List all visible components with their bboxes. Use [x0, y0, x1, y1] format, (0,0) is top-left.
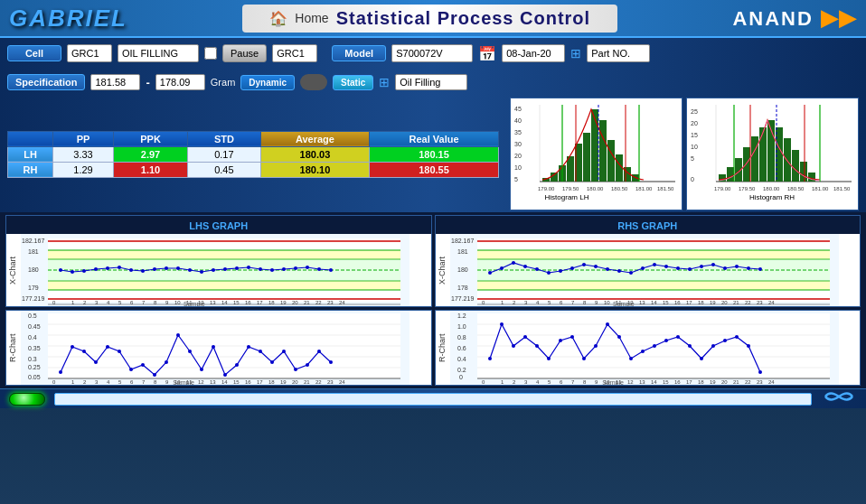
rhs-xchart: RHS GRAPH X-Chart 182.167 181 180 178 [435, 215, 861, 307]
pause-button[interactable]: Pause [222, 44, 267, 62]
svg-text:14: 14 [221, 379, 228, 385]
svg-text:Sample: Sample [613, 301, 635, 306]
svg-point-93 [165, 266, 168, 270]
stats-section: PP PPK STD Average Real Value LH 3.33 2.… [0, 96, 866, 212]
svg-point-239 [306, 363, 309, 367]
svg-text:15: 15 [691, 132, 698, 138]
pause-checkbox[interactable] [204, 44, 217, 62]
svg-text:179.50: 179.50 [739, 186, 756, 191]
svg-text:0: 0 [691, 176, 694, 182]
rhs-graph-title: RHS GRAPH [436, 216, 861, 234]
svg-text:180.50: 180.50 [787, 186, 805, 191]
svg-point-229 [188, 350, 192, 353]
th-avg: Average [260, 131, 369, 146]
svg-point-218 [59, 370, 62, 374]
svg-point-173 [735, 265, 739, 268]
svg-text:181: 181 [457, 248, 468, 255]
svg-point-172 [723, 266, 727, 270]
svg-text:24: 24 [339, 300, 345, 305]
bottom-status-input[interactable] [54, 393, 812, 406]
svg-point-305 [747, 344, 750, 348]
svg-text:179.50: 179.50 [562, 186, 579, 191]
th-empty [8, 131, 53, 146]
svg-text:23: 23 [327, 300, 334, 305]
spec-label: Specification [7, 74, 85, 90]
svg-point-107 [329, 268, 333, 272]
svg-text:Sample: Sample [184, 301, 205, 306]
oil-filling-input[interactable] [118, 44, 199, 62]
date-input[interactable] [502, 44, 565, 62]
dynamic-button[interactable]: Dynamic [240, 75, 295, 90]
model-input[interactable] [391, 44, 473, 62]
svg-text:0.25: 0.25 [28, 364, 41, 370]
bottom-bar [0, 388, 866, 408]
svg-point-301 [700, 357, 703, 360]
svg-point-101 [259, 267, 262, 271]
svg-text:16: 16 [674, 300, 681, 305]
svg-text:15: 15 [663, 379, 669, 385]
svg-point-156 [535, 267, 539, 271]
svg-point-303 [723, 339, 727, 342]
svg-point-105 [306, 266, 309, 269]
svg-point-234 [247, 345, 250, 349]
stats-row-lh: LH 3.33 2.97 0.17 180.03 180.15 [8, 146, 499, 162]
svg-point-154 [512, 261, 515, 265]
oil-filling-spec-input[interactable] [395, 74, 467, 90]
svg-text:22: 22 [745, 379, 751, 385]
svg-point-233 [235, 363, 239, 367]
svg-text:16: 16 [245, 379, 251, 385]
rh-rv: 180.55 [370, 162, 499, 177]
svg-point-88 [106, 266, 109, 270]
lhs-graph-title: LHS GRAPH [6, 216, 431, 234]
svg-text:0.05: 0.05 [28, 374, 41, 380]
svg-text:22: 22 [315, 379, 322, 385]
spec-separator: - [146, 76, 149, 89]
svg-text:23: 23 [327, 379, 334, 385]
svg-point-95 [188, 268, 192, 272]
svg-point-90 [129, 268, 133, 272]
svg-text:15: 15 [233, 300, 240, 305]
svg-text:19: 19 [710, 379, 716, 385]
home-icon[interactable]: 🏠 [269, 10, 287, 27]
gabriel-logo: GABRIEL [9, 5, 127, 33]
svg-text:181.50: 181.50 [657, 186, 674, 191]
spec-min-input[interactable] [90, 74, 140, 90]
svg-text:20: 20 [514, 153, 522, 159]
svg-rect-59 [800, 162, 807, 182]
toggle-switch[interactable] [300, 74, 327, 90]
part-no-input[interactable] [587, 44, 650, 62]
rh-pp: 1.29 [53, 162, 114, 177]
lhs-rchart-ylabel: R-Chart [6, 311, 21, 385]
header: GABRIEL 🏠 Home Statistical Process Contr… [0, 0, 866, 38]
svg-rect-52 [743, 147, 750, 182]
svg-text:Sample: Sample [602, 379, 624, 385]
svg-rect-139 [477, 250, 830, 259]
svg-rect-24 [607, 140, 615, 182]
spec-row: Specification - Gram Dynamic Static ⊞ [0, 69, 866, 96]
svg-text:35: 35 [514, 129, 522, 135]
svg-text:18: 18 [268, 300, 275, 305]
svg-text:10: 10 [604, 300, 610, 305]
home-label[interactable]: Home [295, 11, 328, 25]
cell-input[interactable] [67, 44, 112, 62]
title-box: 🏠 Home Statistical Process Control [242, 5, 617, 33]
rh-std: 0.45 [188, 162, 261, 177]
svg-text:181.00: 181.00 [812, 186, 829, 191]
svg-text:13: 13 [639, 300, 645, 305]
spec-max-input[interactable] [155, 74, 205, 90]
svg-text:Histogram RH: Histogram RH [749, 193, 795, 201]
svg-point-98 [223, 267, 227, 271]
svg-text:Histogram LH: Histogram LH [545, 193, 589, 201]
svg-point-299 [676, 335, 680, 339]
svg-rect-23 [599, 120, 607, 182]
svg-text:182.167: 182.167 [22, 238, 44, 244]
svg-point-219 [71, 345, 74, 349]
svg-point-155 [523, 265, 527, 268]
anand-footer-logo [821, 388, 857, 409]
static-button[interactable]: Static [333, 75, 373, 90]
svg-text:0.5: 0.5 [28, 313, 37, 319]
svg-point-157 [547, 271, 551, 275]
svg-text:23: 23 [757, 379, 763, 385]
grc1-right-input[interactable] [272, 44, 317, 62]
svg-point-220 [82, 350, 86, 353]
